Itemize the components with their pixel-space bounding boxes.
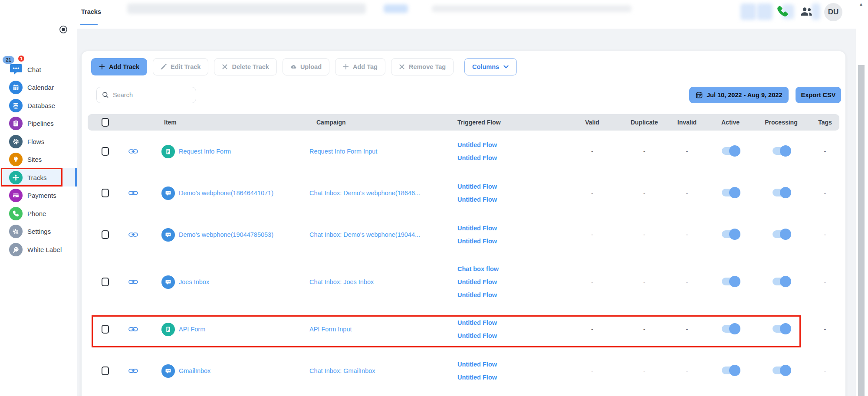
sidebar-item-payments[interactable]: Payments bbox=[0, 187, 77, 205]
add-track-button[interactable]: Add Track bbox=[91, 58, 147, 75]
tags-value: - bbox=[811, 326, 839, 333]
columns-button[interactable]: Columns bbox=[464, 58, 517, 75]
search-icon bbox=[102, 92, 109, 98]
triggered-flow-link[interactable]: Untitled Flow bbox=[457, 154, 497, 161]
row-checkbox[interactable] bbox=[102, 367, 109, 375]
item-link[interactable]: API Form bbox=[179, 326, 205, 333]
active-toggle[interactable] bbox=[722, 325, 739, 333]
chat-bubble-icon bbox=[161, 228, 175, 242]
item-link[interactable]: Demo's webphone(19044785053) bbox=[179, 231, 273, 238]
campaign-link[interactable]: Request Info Form Input bbox=[309, 148, 377, 155]
campaign-link[interactable]: API Form Input bbox=[309, 326, 352, 333]
sidebar-item-chat[interactable]: Chat211 bbox=[0, 60, 77, 79]
row-checkbox[interactable] bbox=[102, 278, 109, 286]
table-body: Request Info FormRequest Info Form Input… bbox=[88, 131, 839, 392]
item-link[interactable]: Request Info Form bbox=[179, 148, 231, 155]
triggered-flow-link[interactable]: Untitled Flow bbox=[457, 291, 497, 298]
active-toggle[interactable] bbox=[722, 367, 739, 374]
item-link[interactable]: Joes Inbox bbox=[179, 278, 209, 285]
tracks-card: Add TrackEdit TrackDelete TrackUploadAdd… bbox=[82, 51, 845, 396]
edit-track-button[interactable]: Edit Track bbox=[153, 58, 208, 75]
processing-toggle[interactable] bbox=[773, 230, 790, 238]
button-label: Add Tag bbox=[353, 63, 378, 70]
table-row: GmailInboxChat Inbox: GmailInboxUntitled… bbox=[88, 350, 839, 392]
sidebar-item-pipelines[interactable]: Pipelines bbox=[0, 115, 77, 133]
tags-value: - bbox=[811, 278, 839, 285]
sidebar-item-settings[interactable]: Settings bbox=[0, 223, 77, 241]
select-all-checkbox[interactable] bbox=[102, 118, 109, 127]
link-icon[interactable] bbox=[122, 190, 144, 196]
toggle-knob bbox=[729, 276, 740, 287]
triggered-flow-link[interactable]: Untitled Flow bbox=[457, 238, 497, 245]
row-checkbox[interactable] bbox=[102, 189, 109, 197]
triggered-flow-link[interactable]: Untitled Flow bbox=[457, 319, 497, 326]
item-link[interactable]: Demo's webphone(18646441071) bbox=[179, 190, 273, 196]
column-header-valid: Valid bbox=[561, 119, 624, 126]
row-checkbox[interactable] bbox=[102, 230, 109, 239]
link-icon[interactable] bbox=[122, 326, 144, 332]
triggered-flow-link[interactable]: Untitled Flow bbox=[457, 374, 497, 381]
triggered-flow-link[interactable]: Untitled Flow bbox=[457, 225, 497, 232]
scrollbar-up-arrow[interactable]: ▲ bbox=[859, 2, 863, 7]
valid-value: - bbox=[561, 278, 624, 285]
phone-icon bbox=[9, 207, 23, 220]
clipboard-icon bbox=[9, 117, 23, 130]
date-range-button[interactable]: Jul 10, 2022 - Aug 9, 2022 bbox=[689, 87, 789, 103]
x-icon bbox=[222, 64, 228, 70]
link-icon[interactable] bbox=[122, 232, 144, 238]
link-icon[interactable] bbox=[122, 148, 144, 154]
plus-icon bbox=[343, 64, 349, 70]
sidebar-item-tracks[interactable]: Tracks bbox=[0, 168, 77, 187]
contacts-icon[interactable] bbox=[799, 7, 813, 17]
triggered-flow-link[interactable]: Untitled Flow bbox=[457, 278, 497, 285]
table-row: Request Info FormRequest Info Form Input… bbox=[88, 131, 839, 172]
campaign-link[interactable]: Chat Inbox: Demo's webphone(18646... bbox=[309, 190, 420, 196]
active-toggle[interactable] bbox=[722, 278, 739, 285]
blurred-banner-text-2 bbox=[432, 5, 631, 12]
export-csv-button[interactable]: Export CSV bbox=[796, 87, 841, 103]
triggered-flow-link[interactable]: Untitled Flow bbox=[457, 332, 497, 339]
invalid-value: - bbox=[665, 231, 709, 238]
sidebar-item-flows[interactable]: Flows bbox=[0, 132, 77, 151]
active-toggle[interactable] bbox=[722, 147, 739, 155]
collapse-sidebar-icon[interactable] bbox=[59, 25, 68, 34]
triggered-flow-link[interactable]: Untitled Flow bbox=[457, 361, 497, 368]
button-label: Upload bbox=[300, 63, 322, 70]
active-toggle[interactable] bbox=[722, 230, 739, 238]
processing-toggle[interactable] bbox=[773, 325, 790, 333]
row-checkbox[interactable] bbox=[102, 325, 109, 334]
add-tag-button[interactable]: Add Tag bbox=[335, 58, 385, 75]
sidebar-item-database[interactable]: Database bbox=[0, 96, 77, 115]
processing-toggle[interactable] bbox=[773, 278, 790, 285]
search-input[interactable] bbox=[113, 92, 191, 98]
campaign-link[interactable]: Chat Inbox: GmailInbox bbox=[309, 367, 375, 374]
triggered-flow-link[interactable]: Untitled Flow bbox=[457, 141, 497, 148]
item-link[interactable]: GmailInbox bbox=[179, 367, 210, 374]
processing-toggle[interactable] bbox=[773, 189, 790, 196]
triggered-flow-link[interactable]: Untitled Flow bbox=[457, 196, 497, 203]
avatar[interactable]: DU bbox=[824, 3, 842, 21]
invalid-value: - bbox=[665, 367, 709, 374]
delete-track-button[interactable]: Delete Track bbox=[214, 58, 276, 75]
link-icon[interactable] bbox=[122, 279, 144, 285]
active-toggle[interactable] bbox=[722, 189, 739, 196]
sidebar-item-calendar[interactable]: Calendar bbox=[0, 79, 77, 97]
campaign-link[interactable]: Chat Inbox: Joes Inbox bbox=[309, 278, 374, 285]
campaign-link[interactable]: Chat Inbox: Demo's webphone(19044... bbox=[309, 231, 420, 238]
processing-toggle[interactable] bbox=[773, 367, 790, 374]
column-header-active: Active bbox=[709, 119, 752, 126]
row-checkbox[interactable] bbox=[102, 147, 109, 156]
phone-icon[interactable] bbox=[776, 5, 789, 18]
triggered-flow-link[interactable]: Chat box flow bbox=[457, 265, 499, 272]
sidebar-item-sites[interactable]: Sites bbox=[0, 151, 77, 169]
duplicate-value: - bbox=[624, 231, 665, 238]
triggered-flow-link[interactable]: Untitled Flow bbox=[457, 183, 497, 190]
upload-button[interactable]: Upload bbox=[283, 58, 329, 75]
scrollbar-thumb[interactable] bbox=[858, 65, 865, 396]
link-icon[interactable] bbox=[122, 368, 144, 374]
processing-toggle[interactable] bbox=[773, 147, 790, 155]
tab-tracks[interactable]: Tracks bbox=[81, 8, 101, 15]
sidebar-item-white-label[interactable]: White Label bbox=[0, 240, 77, 259]
remove-tag-button[interactable]: Remove Tag bbox=[391, 58, 454, 75]
sidebar-item-phone[interactable]: Phone bbox=[0, 204, 77, 223]
